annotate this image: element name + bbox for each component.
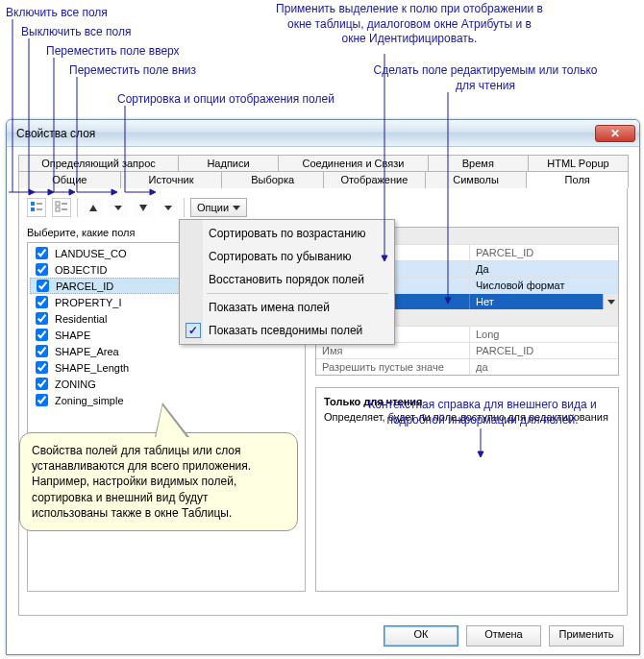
field-checkbox[interactable] [37,280,49,292]
ok-button[interactable]: ОК [384,625,458,647]
field-name: PARCEL_ID [56,281,113,292]
field-name: SHAPE_Length [55,362,129,374]
field-row[interactable]: ZONING [30,376,303,392]
check-icon: ✓ [186,323,201,338]
field-checkbox[interactable] [36,312,48,325]
tab-html-popup[interactable]: HTML Popup [528,155,629,171]
annotation-turn-off: Выключить все поля [21,25,131,40]
field-name: SHAPE_Area [55,346,119,357]
property-value[interactable]: Да [470,261,618,277]
field-name: LANDUSE_CO [55,248,127,259]
annotation-move-down: Переместить поле вниз [69,63,196,79]
svg-rect-21 [31,202,35,206]
fields-toolbar: Опции [27,196,619,219]
options-menu: Сортировать по возрастаниюСортировать по… [179,219,395,345]
context-help-body: Определяет, будет ли поле доступно для р… [324,411,610,423]
menu-item[interactable]: Сортировать по убыванию [182,245,392,268]
field-row[interactable]: SHAPE_Length [30,359,303,376]
tab-fields[interactable]: Поля [526,171,629,188]
tab-joins[interactable]: Соединения и Связи [278,155,429,171]
turn-on-all-icon[interactable] [27,198,46,217]
context-help-panel: Только для чтения Определяет, будет ли п… [315,387,619,592]
context-help-title: Только для чтения [324,396,610,407]
tab-labels[interactable]: Надписи [178,155,279,171]
property-row[interactable]: Разрешить пустые значеда [316,358,618,375]
layer-properties-dialog: Свойства слоя ✕ Определяющий запрос Надп… [6,119,640,655]
close-button[interactable]: ✕ [595,125,635,142]
property-value[interactable]: Числовой формат [470,278,618,293]
property-value[interactable]: Нет [470,294,618,309]
svg-rect-22 [31,207,35,211]
apply-button[interactable]: Применить [549,625,624,647]
annotation-turn-on: Включить все поля [6,6,108,21]
field-row[interactable]: SHAPE_Area [30,343,303,359]
field-name: ZONING [55,378,96,390]
property-key: Имя [316,343,470,358]
menu-item[interactable]: Показать имена полей [182,296,392,319]
property-value[interactable]: PARCEL_ID [470,245,618,260]
annotation-sort-options: Сортировка и опции отображения полей [117,92,334,108]
field-checkbox[interactable] [36,263,48,276]
annotation-highlight: Применить выделение к полю при отображен… [275,2,544,47]
turn-off-all-icon[interactable] [52,198,71,217]
tab-source[interactable]: Источник [120,171,223,188]
field-checkbox[interactable] [36,378,48,390]
move-down-icon[interactable] [134,198,153,217]
annotation-editable: Сделать поле редактируемым или только дл… [365,63,606,93]
field-name: Zoning_simple [55,395,124,406]
field-name: PROPERTY_I [55,297,122,308]
field-name: SHAPE [55,330,90,341]
property-value[interactable]: PARCEL_ID [470,343,618,358]
property-value[interactable]: Long [470,327,618,342]
menu-item[interactable]: Сортировать по возрастанию [182,222,392,245]
svg-rect-26 [56,207,60,211]
menu-item[interactable]: Восстановить порядок полей [182,268,392,291]
tab-time[interactable]: Время [428,155,529,171]
field-checkbox[interactable] [36,296,48,308]
options-button[interactable]: Опции [190,198,247,217]
field-checkbox[interactable] [36,345,48,357]
cancel-button[interactable]: Отмена [466,625,541,647]
tab-def-query[interactable]: Определяющий запрос [18,155,179,171]
move-up-icon[interactable] [84,198,103,217]
annotation-move-up: Переместить поле вверх [46,44,180,60]
tab-selection[interactable]: Выборка [221,171,324,188]
options-label: Опции [197,202,229,213]
move-up-dropdown-icon[interactable] [109,198,128,217]
menu-item[interactable]: Показать псевдонимы полей✓ [182,319,392,342]
toolbar-divider [77,198,78,217]
field-name: OBJECTID [55,264,107,276]
toolbar-divider-2 [184,198,185,217]
dialog-title: Свойства слоя [16,127,595,140]
dialog-button-row: ОК Отмена Применить [18,616,628,647]
move-down-dropdown-icon[interactable] [159,198,178,217]
menu-separator [207,293,388,294]
tab-display[interactable]: Отображение [323,171,426,188]
tab-row-2: Общие Источник Выборка Отображение Симво… [18,171,628,188]
titlebar: Свойства слоя ✕ [7,120,639,147]
field-checkbox[interactable] [36,394,48,406]
tab-row-1: Определяющий запрос Надписи Соединения и… [18,155,628,171]
options-caret-icon [233,206,240,210]
tab-general[interactable]: Общие [18,171,121,188]
svg-rect-25 [56,202,60,206]
callout-balloon: Свойства полей для таблицы или слоя уста… [19,432,298,531]
field-name: Residential [55,313,107,325]
dropdown-indicator-icon[interactable] [603,294,618,309]
property-key: Разрешить пустые значе [316,359,470,375]
property-value[interactable]: да [470,359,618,375]
tab-symbology[interactable]: Символы [425,171,528,188]
field-checkbox[interactable] [36,329,48,341]
field-checkbox[interactable] [36,361,48,374]
field-checkbox[interactable] [36,247,48,259]
